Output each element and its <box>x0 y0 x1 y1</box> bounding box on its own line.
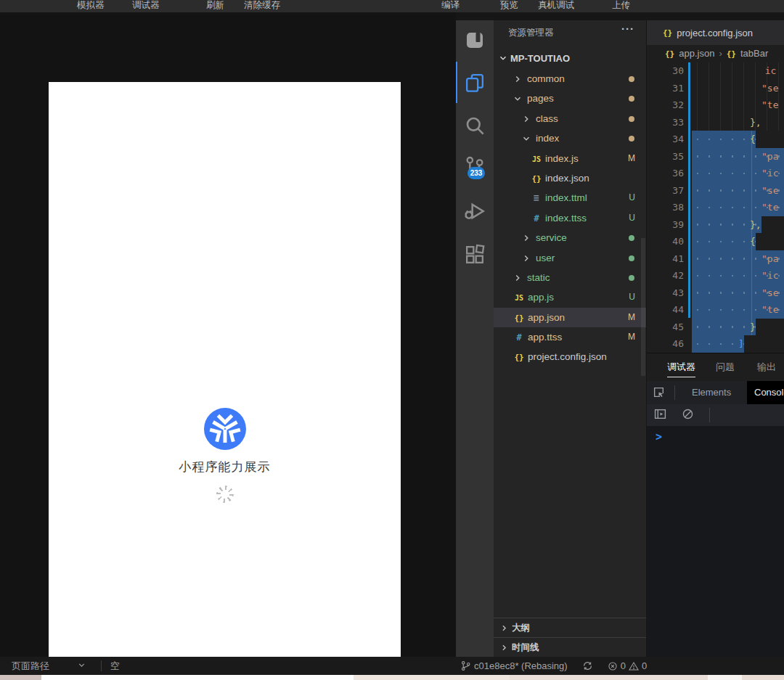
sync-icon[interactable] <box>582 660 593 671</box>
git-status-badge: U <box>629 287 635 307</box>
tree-item-index.ttml[interactable]: ≡index.ttmlU <box>494 188 646 208</box>
search-icon[interactable] <box>464 115 486 136</box>
chevron-down-icon <box>498 53 508 63</box>
toolbar-item-preview[interactable]: 预览 <box>500 0 518 11</box>
code-line-38: 38"te <box>647 199 784 216</box>
code-token: "se <box>761 80 778 97</box>
loading-spinner-icon <box>216 486 234 503</box>
toolbar-item-debugger[interactable]: 调试器 <box>132 0 160 11</box>
git-status-dot <box>629 136 634 142</box>
toolbar-divider <box>456 12 784 20</box>
outline-section[interactable]: 大纲 <box>494 618 646 638</box>
tree-item-index.json[interactable]: {}index.json <box>494 168 646 188</box>
code-token: "ic <box>761 267 778 284</box>
file-name: user <box>536 253 555 263</box>
file-name: pages <box>527 93 554 104</box>
tree-item-app.json[interactable]: {}app.jsonM <box>494 308 646 327</box>
ttss-file-icon: # <box>513 328 526 348</box>
tree-item-index.ttss[interactable]: #index.ttssU <box>494 208 646 228</box>
code-line-33: 33}, <box>647 114 784 131</box>
code-token: "te <box>761 199 778 216</box>
toolbar-item-clear-cache[interactable]: 清除缓存 <box>244 0 280 11</box>
line-number: 34 <box>647 131 684 148</box>
tree-item-app.js[interactable]: JSapp.jsU <box>494 287 646 307</box>
code-token: { <box>750 131 756 148</box>
tree-item-service[interactable]: service <box>494 228 646 247</box>
scm-pending-badge: 233 <box>467 167 485 179</box>
panel-tab-output[interactable]: 输出 <box>757 361 776 374</box>
file-name: service <box>536 232 567 243</box>
git-status-dot <box>629 96 634 102</box>
page-path-label[interactable]: 页面路径 <box>12 660 49 673</box>
devtools-tab-elements[interactable]: Elements <box>692 387 731 398</box>
editor-tabbar: {} project.config.json <box>647 20 784 45</box>
line-number: 38 <box>647 199 684 216</box>
tree-item-app.ttss[interactable]: #app.ttssM <box>494 327 646 347</box>
warning-icon <box>629 661 639 671</box>
chevron-right-icon <box>521 253 531 263</box>
code-area[interactable]: 30ic31"se32"te33},34{35"pa36"ic37"se38"t… <box>647 62 784 353</box>
active-view-indicator <box>456 62 457 103</box>
outline-label: 大纲 <box>512 623 530 633</box>
file-name: index.ttml <box>545 192 587 203</box>
breadcrumb-separator-icon: › <box>719 48 722 59</box>
explorer-files-icon[interactable] <box>464 72 486 94</box>
error-count: 0 <box>621 660 626 671</box>
panel-tab-problems[interactable]: 问题 <box>716 361 735 374</box>
console-prompt-icon: > <box>656 430 662 443</box>
file-name: index.json <box>545 173 589 184</box>
code-line-35: 35"pa <box>647 148 784 165</box>
git-status-dot <box>629 275 634 281</box>
toolbar-item-refresh[interactable]: 刷新 <box>206 0 224 11</box>
devtools-tab-console[interactable]: Console <box>747 381 784 404</box>
background-windows-strip <box>0 675 784 680</box>
extensions-icon[interactable] <box>464 244 486 266</box>
warning-count: 0 <box>642 660 647 671</box>
toolbar-item-compile[interactable]: 编译 <box>441 0 460 11</box>
line-number: 40 <box>647 233 684 250</box>
tree-item-class[interactable]: class <box>494 109 646 128</box>
code-token: "te <box>761 301 778 319</box>
toolbar-item-simulator[interactable]: 模拟器 <box>77 0 105 11</box>
line-number: 31 <box>647 80 684 97</box>
ttml-file-icon: ≡ <box>530 188 543 208</box>
tree-item-index.js[interactable]: JSindex.jsM <box>494 149 646 168</box>
tree-item-user[interactable]: user <box>494 248 646 268</box>
chevron-down-icon[interactable] <box>77 660 86 672</box>
panel-tab-debugger[interactable]: 调试器 <box>667 361 695 377</box>
problems-status[interactable]: 0 0 <box>608 660 647 671</box>
tree-item-project.config.json[interactable]: {}project.config.json <box>494 347 646 366</box>
toggle-sidebar-icon[interactable] <box>654 408 666 423</box>
line-number: 36 <box>647 165 684 182</box>
miniprogram-panel-icon[interactable] <box>464 29 486 51</box>
tree-item-static[interactable]: static <box>494 268 646 287</box>
project-name: MP-TOUTIAO <box>510 53 570 64</box>
more-actions-icon[interactable]: ··· <box>621 22 634 35</box>
clear-console-icon[interactable] <box>682 408 694 423</box>
line-number: 32 <box>647 97 684 114</box>
timeline-section[interactable]: 时间线 <box>494 637 646 657</box>
run-debug-icon[interactable] <box>464 200 486 222</box>
activity-bar: 233 <box>456 20 494 657</box>
tree-item-pages[interactable]: pages <box>494 89 646 108</box>
code-token: "ic <box>761 165 778 182</box>
simulator-screen[interactable]: 小程序能力展示 <box>49 82 401 657</box>
devtools-tabbar: Elements Console <box>647 381 784 404</box>
json-node-icon: {} <box>727 49 736 59</box>
project-root-folder[interactable]: MP-TOUTIAO <box>494 49 646 68</box>
chevron-right-icon <box>521 233 531 243</box>
inspect-element-icon[interactable] <box>653 386 665 401</box>
tree-item-common[interactable]: common <box>494 69 646 89</box>
tree-item-index[interactable]: index <box>494 128 646 148</box>
toolbar-item-upload[interactable]: 上传 <box>612 0 630 11</box>
line-number: 33 <box>647 114 684 131</box>
explorer-scrollbar[interactable] <box>641 238 645 376</box>
code-token: { <box>750 233 756 250</box>
editor-tab-project-config[interactable]: {} project.config.json <box>647 20 784 45</box>
console-output[interactable]: > <box>647 426 784 657</box>
git-branch-status[interactable]: c01e8ec8* (Rebasing) <box>460 660 568 671</box>
breadcrumb[interactable]: {}app.json›{}tabBar <box>647 45 784 62</box>
file-name: project.config.json <box>528 351 607 362</box>
git-status-badge: M <box>628 308 635 327</box>
toolbar-item-device-debug[interactable]: 真机调试 <box>538 0 574 11</box>
